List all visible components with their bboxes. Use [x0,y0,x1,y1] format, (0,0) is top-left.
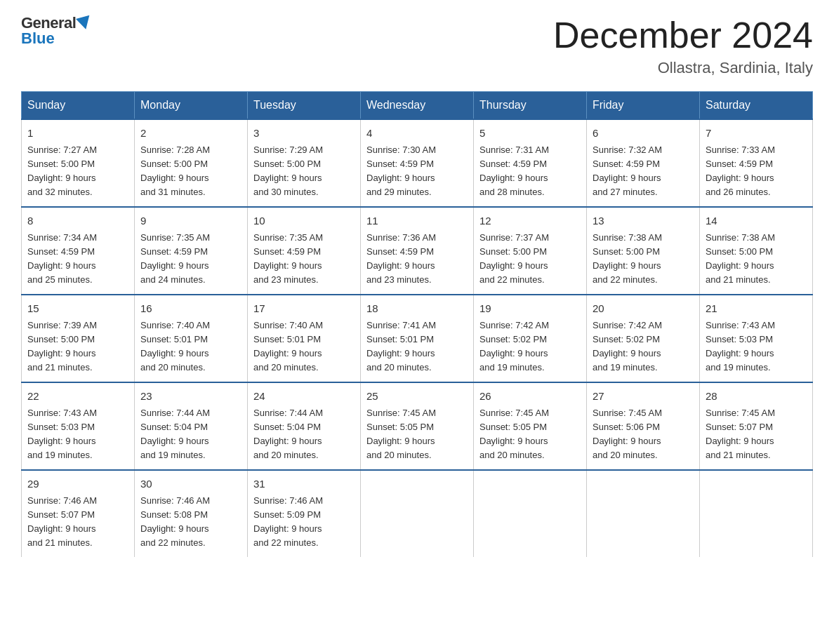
column-header-tuesday: Tuesday [248,92,361,120]
day-number: 10 [253,213,355,229]
day-info: Sunrise: 7:40 AMSunset: 5:01 PMDaylight:… [253,320,323,373]
day-number: 19 [479,301,581,317]
day-info: Sunrise: 7:30 AMSunset: 4:59 PMDaylight:… [366,145,436,197]
page-header: General Blue December 2024 Ollastra, Sar… [21,14,813,77]
day-info: Sunrise: 7:41 AMSunset: 5:01 PMDaylight:… [366,320,436,373]
column-header-wednesday: Wednesday [361,92,474,120]
day-info: Sunrise: 7:45 AMSunset: 5:06 PMDaylight:… [593,408,662,460]
week-row-2: 8 Sunrise: 7:34 AMSunset: 4:59 PMDayligh… [22,207,813,295]
day-info: Sunrise: 7:37 AMSunset: 5:00 PMDaylight:… [479,232,549,285]
day-info: Sunrise: 7:43 AMSunset: 5:03 PMDaylight:… [706,320,775,373]
day-number: 4 [366,126,468,142]
calendar-header-row: SundayMondayTuesdayWednesdayThursdayFrid… [22,92,813,120]
calendar-cell: 31 Sunrise: 7:46 AMSunset: 5:09 PMDaylig… [248,470,361,557]
calendar-cell [474,470,587,557]
calendar-cell: 16 Sunrise: 7:40 AMSunset: 5:01 PMDaylig… [135,295,248,382]
day-info: Sunrise: 7:35 AMSunset: 4:59 PMDaylight:… [140,232,210,285]
day-info: Sunrise: 7:33 AMSunset: 4:59 PMDaylight:… [706,145,775,197]
column-header-friday: Friday [587,92,700,120]
day-number: 23 [140,389,241,405]
calendar-cell: 9 Sunrise: 7:35 AMSunset: 4:59 PMDayligh… [135,207,248,295]
day-info: Sunrise: 7:42 AMSunset: 5:02 PMDaylight:… [593,320,662,373]
day-number: 13 [593,213,694,229]
day-number: 15 [27,301,128,317]
day-info: Sunrise: 7:45 AMSunset: 5:07 PMDaylight:… [706,408,775,460]
calendar-cell [361,470,474,557]
week-row-3: 15 Sunrise: 7:39 AMSunset: 5:00 PMDaylig… [22,295,813,382]
calendar-cell: 12 Sunrise: 7:37 AMSunset: 5:00 PMDaylig… [474,207,587,295]
day-info: Sunrise: 7:45 AMSunset: 5:05 PMDaylight:… [479,408,549,460]
day-info: Sunrise: 7:43 AMSunset: 5:03 PMDaylight:… [27,408,97,460]
day-info: Sunrise: 7:46 AMSunset: 5:08 PMDaylight:… [140,495,210,548]
logo-triangle-icon [76,15,93,32]
location-title: Ollastra, Sardinia, Italy [553,59,813,77]
day-number: 16 [140,301,241,317]
day-info: Sunrise: 7:28 AMSunset: 5:00 PMDaylight:… [140,145,210,197]
day-number: 11 [366,213,468,229]
day-info: Sunrise: 7:38 AMSunset: 5:00 PMDaylight:… [593,232,662,285]
week-row-1: 1 Sunrise: 7:27 AMSunset: 5:00 PMDayligh… [22,119,813,207]
day-number: 28 [706,389,807,405]
calendar-cell: 17 Sunrise: 7:40 AMSunset: 5:01 PMDaylig… [248,295,361,382]
calendar-cell: 29 Sunrise: 7:46 AMSunset: 5:07 PMDaylig… [22,470,135,557]
day-info: Sunrise: 7:27 AMSunset: 5:00 PMDaylight:… [27,145,97,197]
logo-blue-text: Blue [21,29,55,48]
calendar-cell: 13 Sunrise: 7:38 AMSunset: 5:00 PMDaylig… [587,207,700,295]
day-number: 14 [706,213,807,229]
day-number: 7 [706,126,807,142]
day-info: Sunrise: 7:46 AMSunset: 5:09 PMDaylight:… [253,495,323,548]
calendar-cell: 3 Sunrise: 7:29 AMSunset: 5:00 PMDayligh… [248,119,361,207]
day-number: 18 [366,301,468,317]
day-number: 25 [366,389,468,405]
day-number: 2 [140,126,241,142]
day-info: Sunrise: 7:42 AMSunset: 5:02 PMDaylight:… [479,320,549,373]
calendar-cell: 28 Sunrise: 7:45 AMSunset: 5:07 PMDaylig… [700,382,813,470]
calendar-cell: 6 Sunrise: 7:32 AMSunset: 4:59 PMDayligh… [587,119,700,207]
calendar-cell: 14 Sunrise: 7:38 AMSunset: 5:00 PMDaylig… [700,207,813,295]
day-info: Sunrise: 7:35 AMSunset: 4:59 PMDaylight:… [253,232,323,285]
week-row-5: 29 Sunrise: 7:46 AMSunset: 5:07 PMDaylig… [22,470,813,557]
day-number: 9 [140,213,241,229]
day-info: Sunrise: 7:36 AMSunset: 4:59 PMDaylight:… [366,232,436,285]
day-info: Sunrise: 7:40 AMSunset: 5:01 PMDaylight:… [140,320,210,373]
calendar-cell: 24 Sunrise: 7:44 AMSunset: 5:04 PMDaylig… [248,382,361,470]
column-header-monday: Monday [135,92,248,120]
calendar-cell: 18 Sunrise: 7:41 AMSunset: 5:01 PMDaylig… [361,295,474,382]
day-number: 22 [27,389,128,405]
calendar-cell: 19 Sunrise: 7:42 AMSunset: 5:02 PMDaylig… [474,295,587,382]
day-info: Sunrise: 7:29 AMSunset: 5:00 PMDaylight:… [253,145,323,197]
day-info: Sunrise: 7:44 AMSunset: 5:04 PMDaylight:… [140,408,210,460]
calendar-cell: 23 Sunrise: 7:44 AMSunset: 5:04 PMDaylig… [135,382,248,470]
calendar-cell: 5 Sunrise: 7:31 AMSunset: 4:59 PMDayligh… [474,119,587,207]
column-header-sunday: Sunday [22,92,135,120]
calendar-cell [700,470,813,557]
calendar-cell: 30 Sunrise: 7:46 AMSunset: 5:08 PMDaylig… [135,470,248,557]
calendar-cell: 7 Sunrise: 7:33 AMSunset: 4:59 PMDayligh… [700,119,813,207]
calendar-cell: 2 Sunrise: 7:28 AMSunset: 5:00 PMDayligh… [135,119,248,207]
day-number: 24 [253,389,355,405]
day-info: Sunrise: 7:44 AMSunset: 5:04 PMDaylight:… [253,408,323,460]
day-number: 20 [593,301,694,317]
calendar-cell: 25 Sunrise: 7:45 AMSunset: 5:05 PMDaylig… [361,382,474,470]
day-number: 30 [140,476,241,492]
title-area: December 2024 Ollastra, Sardinia, Italy [553,14,813,77]
calendar-cell: 8 Sunrise: 7:34 AMSunset: 4:59 PMDayligh… [22,207,135,295]
day-number: 3 [253,126,355,142]
day-number: 5 [479,126,581,142]
day-number: 21 [706,301,807,317]
day-info: Sunrise: 7:34 AMSunset: 4:59 PMDaylight:… [27,232,97,285]
day-number: 27 [593,389,694,405]
day-number: 31 [253,476,355,492]
calendar-cell [587,470,700,557]
day-number: 29 [27,476,128,492]
day-number: 8 [27,213,128,229]
calendar-cell: 11 Sunrise: 7:36 AMSunset: 4:59 PMDaylig… [361,207,474,295]
calendar-cell: 10 Sunrise: 7:35 AMSunset: 4:59 PMDaylig… [248,207,361,295]
day-info: Sunrise: 7:32 AMSunset: 4:59 PMDaylight:… [593,145,662,197]
calendar-cell: 22 Sunrise: 7:43 AMSunset: 5:03 PMDaylig… [22,382,135,470]
day-info: Sunrise: 7:38 AMSunset: 5:00 PMDaylight:… [706,232,775,285]
column-header-thursday: Thursday [474,92,587,120]
day-number: 6 [593,126,694,142]
week-row-4: 22 Sunrise: 7:43 AMSunset: 5:03 PMDaylig… [22,382,813,470]
calendar-cell: 4 Sunrise: 7:30 AMSunset: 4:59 PMDayligh… [361,119,474,207]
